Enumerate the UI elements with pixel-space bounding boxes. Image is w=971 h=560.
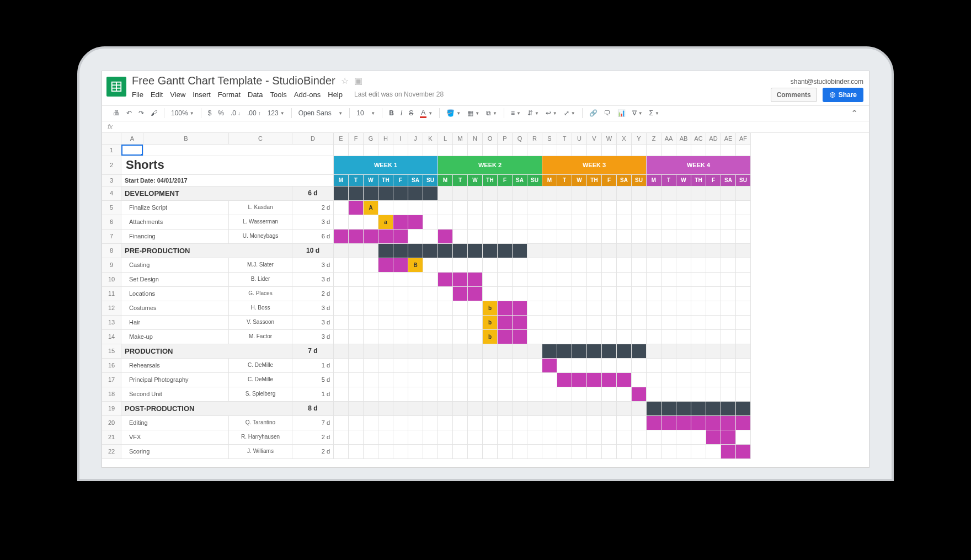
grid-cell[interactable] <box>513 287 527 301</box>
filter-icon[interactable]: ∇ ▼ <box>632 109 643 117</box>
grid-cell[interactable] <box>542 244 557 258</box>
grid-cell[interactable] <box>661 215 676 230</box>
task-duration[interactable]: 1 d <box>292 387 334 402</box>
grid-cell[interactable] <box>706 359 721 373</box>
grid-cell[interactable] <box>483 344 498 359</box>
grid-cell[interactable] <box>527 445 542 459</box>
row-header[interactable]: 13 <box>102 316 121 330</box>
phase-bar[interactable] <box>483 244 498 258</box>
grid-cell[interactable] <box>468 387 483 402</box>
row-header[interactable]: 20 <box>102 416 121 430</box>
grid-cell[interactable] <box>721 387 736 402</box>
grid-cell[interactable] <box>572 301 587 316</box>
phase-bar[interactable] <box>393 186 408 201</box>
task-name[interactable]: Second Unit <box>121 387 229 402</box>
grid-cell[interactable] <box>617 416 632 430</box>
task-owner[interactable]: B. Lider <box>229 273 292 287</box>
col-header[interactable]: H <box>378 133 393 145</box>
grid-cell[interactable] <box>468 445 483 459</box>
grid-cell[interactable] <box>676 230 691 244</box>
grid-cell[interactable] <box>498 230 513 244</box>
grid-cell[interactable] <box>468 186 483 201</box>
grid-cell[interactable] <box>587 387 602 402</box>
row-header[interactable]: 19 <box>102 402 121 416</box>
grid-cell[interactable] <box>349 330 364 344</box>
grid-cell[interactable] <box>498 359 513 373</box>
grid-cell[interactable] <box>676 373 691 387</box>
grid-cell[interactable] <box>647 330 661 344</box>
grid-cell[interactable] <box>483 201 498 215</box>
grid-cell[interactable] <box>647 258 661 273</box>
grid-cell[interactable] <box>602 416 617 430</box>
day-header[interactable]: M <box>438 175 453 186</box>
col-header[interactable]: X <box>617 133 632 145</box>
grid-cell[interactable] <box>527 244 542 258</box>
phase-bar[interactable] <box>498 244 513 258</box>
grid-cell[interactable] <box>706 201 721 215</box>
grid-cell[interactable] <box>587 215 602 230</box>
grid-cell[interactable] <box>647 186 661 201</box>
grid-cell[interactable] <box>676 201 691 215</box>
grid-cell[interactable] <box>676 344 691 359</box>
grid-cell[interactable] <box>572 287 587 301</box>
grid-cell[interactable] <box>453 416 468 430</box>
col-header[interactable]: AF <box>736 133 751 145</box>
start-date[interactable]: Start Date: 04/01/2017 <box>121 175 334 186</box>
task-name[interactable]: Principal Photography <box>121 373 229 387</box>
grid-cell[interactable] <box>542 301 557 316</box>
grid-cell[interactable] <box>617 430 632 445</box>
col-header[interactable]: L <box>438 133 453 145</box>
phase-bar[interactable] <box>438 244 453 258</box>
row-header[interactable]: 9 <box>102 258 121 273</box>
phase-bar[interactable] <box>736 402 751 416</box>
grid-cell[interactable] <box>587 287 602 301</box>
grid-cell[interactable] <box>661 387 676 402</box>
grid-cell[interactable] <box>647 301 661 316</box>
row-header[interactable]: 2 <box>102 156 121 175</box>
grid-cell[interactable] <box>423 373 438 387</box>
col-header[interactable]: J <box>408 133 423 145</box>
grid-cell[interactable] <box>587 230 602 244</box>
phase-bar[interactable] <box>468 244 483 258</box>
grid-cell[interactable] <box>468 402 483 416</box>
task-bar[interactable] <box>393 230 408 244</box>
grid-cell[interactable] <box>617 201 632 215</box>
grid-cell[interactable] <box>483 387 498 402</box>
grid-cell[interactable] <box>617 230 632 244</box>
grid-cell[interactable] <box>661 287 676 301</box>
menu-help[interactable]: Help <box>328 90 343 99</box>
phase-bar[interactable] <box>378 186 393 201</box>
grid-cell[interactable] <box>736 387 751 402</box>
grid-cell[interactable] <box>691 359 706 373</box>
grid-cell[interactable] <box>513 186 527 201</box>
grid-cell[interactable] <box>617 316 632 330</box>
grid-cell[interactable] <box>661 201 676 215</box>
col-header[interactable]: AA <box>661 133 676 145</box>
phase-bar[interactable] <box>587 344 602 359</box>
day-header[interactable]: W <box>572 175 587 186</box>
task-name[interactable]: Rehearsals <box>121 359 229 373</box>
grid-cell[interactable] <box>617 258 632 273</box>
grid-cell[interactable] <box>632 201 647 215</box>
grid-cell[interactable] <box>676 387 691 402</box>
task-name[interactable]: VFX <box>121 430 229 445</box>
grid-cell[interactable] <box>334 244 349 258</box>
grid-cell[interactable] <box>721 258 736 273</box>
grid-cell[interactable] <box>423 201 438 215</box>
grid-cell[interactable] <box>513 230 527 244</box>
spreadsheet-grid[interactable]: ABCDEFGHIJKLMNOPQRSTUVWXYZAAABACADAEAF12… <box>102 133 869 459</box>
col-header[interactable]: K <box>423 133 438 145</box>
grid-cell[interactable] <box>617 287 632 301</box>
grid-cell[interactable] <box>557 330 572 344</box>
grid-cell[interactable] <box>364 215 378 230</box>
grid-cell[interactable] <box>423 387 438 402</box>
grid-cell[interactable] <box>721 201 736 215</box>
row-header[interactable]: 8 <box>102 244 121 258</box>
grid-cell[interactable] <box>349 287 364 301</box>
task-bar[interactable] <box>661 416 676 430</box>
grid-cell[interactable] <box>557 287 572 301</box>
title-cell[interactable]: Shorts <box>121 156 334 175</box>
grid-cell[interactable] <box>572 430 587 445</box>
grid-cell[interactable] <box>438 215 453 230</box>
grid-cell[interactable] <box>423 215 438 230</box>
